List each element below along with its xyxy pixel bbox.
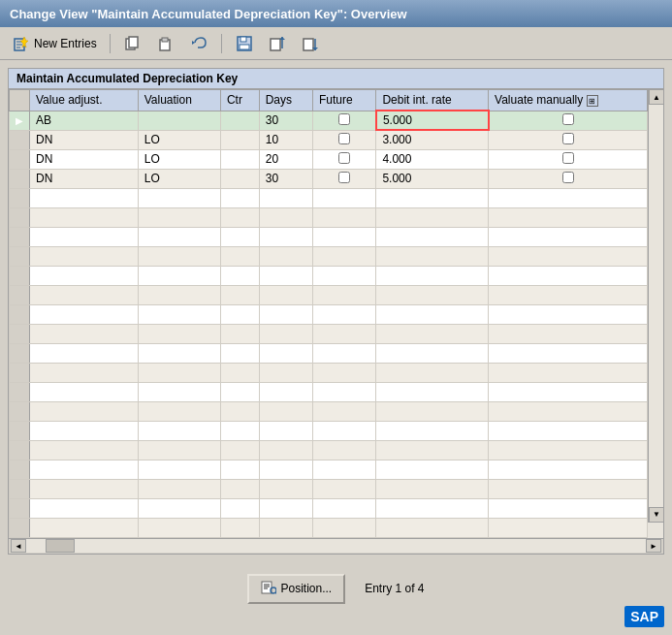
cell-days[interactable]: 30 [259, 169, 312, 188]
empty-cell [259, 421, 312, 440]
table-row[interactable]: ▶AB305.000 [10, 111, 648, 130]
column-resize-icon[interactable]: ⊞ [587, 95, 598, 107]
empty-table-row [10, 382, 648, 401]
cell-valuate-manually[interactable] [489, 130, 648, 149]
vertical-scrollbar[interactable]: ▲ ▼ [648, 89, 663, 523]
row-selector-cell[interactable] [10, 169, 30, 188]
export-button[interactable] [264, 32, 291, 55]
empty-cell [489, 266, 648, 285]
cell-valuation[interactable] [138, 111, 220, 130]
new-entries-button[interactable]: New Entries [8, 32, 101, 55]
cell-days[interactable]: 10 [259, 130, 312, 149]
empty-cell [376, 382, 489, 401]
empty-table-row [10, 421, 648, 440]
empty-cell [489, 401, 648, 421]
cell-valuate-manually[interactable] [489, 111, 648, 130]
empty-cell [30, 460, 139, 479]
empty-cell [259, 304, 312, 324]
svg-rect-6 [129, 37, 138, 48]
empty-cell [313, 304, 376, 324]
scroll-left-button[interactable]: ◄ [11, 539, 26, 553]
cell-value-adjust[interactable]: AB [30, 111, 139, 130]
table-row[interactable]: DNLO103.000 [10, 130, 648, 149]
empty-cell [489, 363, 648, 382]
future-checkbox[interactable] [338, 152, 350, 164]
cell-valuate-manually[interactable] [489, 169, 648, 188]
position-button-label: Position... [280, 582, 332, 595]
cell-future[interactable] [313, 149, 376, 169]
cell-value-adjust[interactable]: DN [30, 130, 139, 149]
cell-valuate-manually[interactable] [489, 149, 648, 169]
row-selector-cell[interactable]: ▶ [10, 111, 30, 130]
cell-ctr[interactable] [220, 169, 259, 188]
scroll-up-button[interactable]: ▲ [649, 89, 664, 105]
scroll-down-button[interactable]: ▼ [649, 507, 664, 523]
future-checkbox[interactable] [338, 113, 350, 125]
future-checkbox[interactable] [338, 172, 350, 183]
cell-days[interactable]: 20 [259, 149, 312, 169]
undo-button[interactable] [185, 32, 212, 55]
position-icon [261, 580, 276, 598]
cell-days[interactable]: 30 [259, 111, 312, 130]
cell-debit-int-rate[interactable]: 5.000 [376, 169, 489, 188]
empty-cell [10, 188, 30, 207]
empty-cell [220, 440, 259, 460]
svg-rect-8 [162, 38, 168, 42]
scroll-right-button[interactable]: ► [646, 539, 661, 553]
cell-ctr[interactable] [220, 130, 259, 149]
empty-cell [138, 304, 220, 324]
cell-ctr[interactable] [220, 111, 259, 130]
empty-cell [30, 246, 139, 266]
empty-table-row [10, 498, 648, 518]
empty-cell [259, 266, 312, 285]
row-selector-cell[interactable] [10, 130, 30, 149]
empty-cell [376, 324, 489, 343]
entry-info: Entry 1 of 4 [365, 582, 424, 595]
cell-debit-int-rate[interactable]: 4.000 [376, 149, 489, 169]
empty-cell [138, 343, 220, 363]
footer: Position... Entry 1 of 4 [0, 562, 672, 616]
cell-value-adjust[interactable]: DN [30, 149, 139, 169]
cell-value-adjust[interactable]: DN [30, 169, 139, 188]
toolbar: New Entries [0, 27, 672, 60]
table-row[interactable]: DNLO305.000 [10, 169, 648, 188]
future-checkbox[interactable] [338, 133, 350, 144]
position-button[interactable]: Position... [247, 574, 345, 604]
empty-cell [376, 363, 489, 382]
cell-valuation[interactable]: LO [138, 130, 220, 149]
table-row[interactable]: DNLO204.000 [10, 149, 648, 169]
cell-debit-int-rate[interactable]: 5.000 [376, 111, 489, 130]
h-scroll-thumb[interactable] [46, 539, 75, 553]
paste-button[interactable] [152, 32, 179, 55]
empty-cell [138, 479, 220, 498]
main-panel: Maintain Accumulated Depreciation Key Va… [8, 68, 664, 555]
empty-cell [489, 343, 648, 363]
horizontal-scrollbar[interactable]: ◄ ► [9, 538, 663, 554]
import-button[interactable] [297, 32, 324, 55]
valuate-manually-checkbox[interactable] [562, 113, 574, 125]
empty-cell [489, 324, 648, 343]
cell-future[interactable] [313, 111, 376, 130]
cell-valuation[interactable]: LO [138, 169, 220, 188]
empty-table-row [10, 285, 648, 304]
valuate-manually-checkbox[interactable] [562, 133, 574, 144]
save-button[interactable] [231, 32, 258, 55]
empty-cell [376, 440, 489, 460]
row-selector-header [10, 90, 30, 111]
empty-table-row [10, 246, 648, 266]
empty-cell [376, 421, 489, 440]
copy-button[interactable] [119, 32, 146, 55]
valuate-manually-checkbox[interactable] [562, 152, 574, 164]
cell-valuation[interactable]: LO [138, 149, 220, 169]
row-selector-cell[interactable] [10, 149, 30, 169]
save-icon [235, 34, 254, 53]
empty-cell [259, 498, 312, 518]
col-header-value-adjust: Value adjust. [30, 90, 139, 111]
cell-ctr[interactable] [220, 149, 259, 169]
valuate-manually-checkbox[interactable] [562, 172, 574, 183]
new-entries-label: New Entries [34, 37, 97, 50]
empty-table-row [10, 324, 648, 343]
cell-debit-int-rate[interactable]: 3.000 [376, 130, 489, 149]
cell-future[interactable] [313, 169, 376, 188]
cell-future[interactable] [313, 130, 376, 149]
